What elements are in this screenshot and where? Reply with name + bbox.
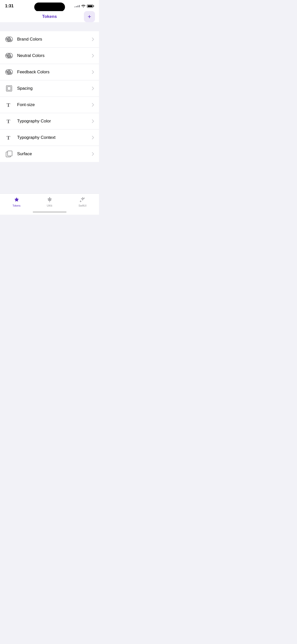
uikit-tab-icon xyxy=(46,196,53,203)
neutral-colors-label: Neutral Colors xyxy=(17,53,92,58)
typography-context-label: Typography Context xyxy=(17,135,92,140)
list-item-feedback-colors[interactable]: Feedback Colors xyxy=(0,64,99,80)
home-indicator xyxy=(33,211,67,213)
surface-icon xyxy=(5,150,13,158)
list-item-spacing[interactable]: Spacing xyxy=(0,80,99,97)
svg-rect-42 xyxy=(8,151,12,156)
battery-icon xyxy=(87,5,94,8)
tab-uikit[interactable]: UIKit xyxy=(33,196,66,207)
list-container: Brand Colors xyxy=(0,31,99,162)
spacing-icon xyxy=(5,84,13,92)
feedback-colors-icon xyxy=(5,68,13,76)
list-item-surface[interactable]: Surface xyxy=(0,146,99,162)
list-item-typography-color[interactable]: T Typography Color xyxy=(0,113,99,130)
tab-tokens[interactable]: Tokens xyxy=(0,196,33,207)
list-item-typography-context[interactable]: T Typography Context xyxy=(0,130,99,146)
feedback-colors-label: Feedback Colors xyxy=(17,70,92,75)
add-icon: + xyxy=(88,14,91,20)
nav-title: Tokens xyxy=(42,14,57,19)
typography-color-label: Typography Color xyxy=(17,119,92,124)
nav-bar: Tokens + xyxy=(0,11,99,22)
typography-color-icon: T xyxy=(5,117,13,125)
main-content: Brand Colors xyxy=(0,22,99,215)
swiftui-tab-label: SwiftUI xyxy=(79,204,87,207)
chevron-right-icon xyxy=(92,87,94,90)
svg-rect-37 xyxy=(7,87,11,90)
wifi-icon xyxy=(81,4,85,8)
tokens-tab-label: Tokens xyxy=(13,204,21,207)
tab-bar: Tokens UIKit SwiftUI xyxy=(0,194,99,215)
chevron-right-icon xyxy=(92,70,94,74)
surface-label: Surface xyxy=(17,151,92,156)
tab-swiftui[interactable]: SwiftUI xyxy=(66,196,99,207)
list-item-brand-colors[interactable]: Brand Colors xyxy=(0,31,99,48)
section-spacer xyxy=(0,22,99,31)
status-time: 1:31 xyxy=(5,4,14,9)
tokens-tab-icon xyxy=(13,196,20,203)
list-item-font-size[interactable]: T Font-size xyxy=(0,97,99,113)
svg-text:T: T xyxy=(7,135,10,141)
spacing-label: Spacing xyxy=(17,86,92,91)
neutral-colors-icon xyxy=(5,52,13,60)
chevron-right-icon xyxy=(92,103,94,107)
chevron-right-icon xyxy=(92,54,94,57)
dynamic-island xyxy=(34,3,65,12)
font-size-icon: T xyxy=(5,101,13,109)
chevron-right-icon xyxy=(92,136,94,139)
signal-icon xyxy=(74,5,80,7)
chevron-right-icon xyxy=(92,152,94,156)
list-item-neutral-colors[interactable]: Neutral Colors xyxy=(0,48,99,64)
chevron-right-icon xyxy=(92,119,94,123)
status-bar: 1:31 xyxy=(0,0,99,11)
svg-text:T: T xyxy=(7,118,10,124)
add-button[interactable]: + xyxy=(84,11,95,22)
chevron-right-icon xyxy=(92,38,94,41)
font-size-label: Font-size xyxy=(17,102,92,107)
brand-colors-icon xyxy=(5,35,13,43)
uikit-tab-label: UIKit xyxy=(47,204,52,207)
swiftui-tab-icon xyxy=(79,196,86,203)
typography-context-icon: T xyxy=(5,134,13,142)
status-icons xyxy=(74,4,94,8)
svg-text:T: T xyxy=(7,102,10,108)
brand-colors-label: Brand Colors xyxy=(17,37,92,42)
